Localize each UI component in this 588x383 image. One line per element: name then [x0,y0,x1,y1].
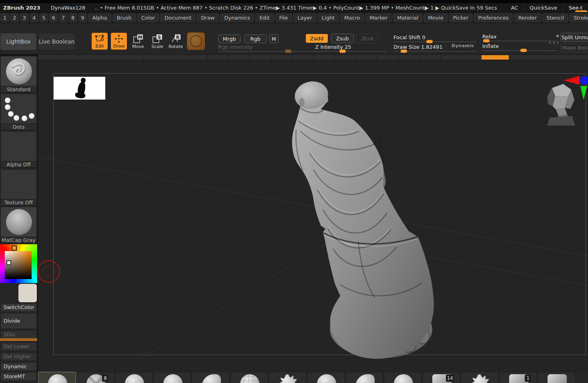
menu-item-draw[interactable]: Draw [197,13,219,22]
dynamic-draw-size-label[interactable]: Dynamic [452,43,474,48]
m-toggle[interactable]: M [269,34,279,43]
zcut-toggle[interactable]: Zcut [356,34,379,43]
draw-mode-button[interactable]: Draw [110,32,127,50]
menu-item-stencil[interactable]: Stencil [542,13,568,22]
menu-item-marker[interactable]: Marker [365,13,392,22]
menu-item-edit[interactable]: Edit [255,13,274,22]
brush-thumbnail-curve[interactable] [115,372,153,383]
alpha-name-label: Alpha Off [0,162,37,168]
rotate-mode-button[interactable]: R Rotate [167,32,185,50]
z-intensity-slider[interactable]: Z Intensity 25 [280,44,386,52]
brush-thumbnail-swirl[interactable] [38,372,76,383]
menu-item-brush[interactable]: Brush [112,13,136,22]
polyframe-nav-head[interactable] [544,81,577,127]
scroll-strip-thumb[interactable] [482,55,509,60]
move-mode-button[interactable]: M Move [129,32,147,50]
make-boolean-button[interactable]: Make Boole [560,43,588,52]
menu-item-dynamics[interactable]: Dynamics [220,13,254,22]
sculpting-canvas[interactable] [38,61,588,372]
brush-thumbnail-grid[interactable] [230,372,268,383]
left-tray: Standard Dots Alpha Off Texture Off MatC… [0,56,37,383]
brush-thumbnail-blobs[interactable] [307,372,345,383]
menu-item-alpha[interactable]: Alpha [88,13,112,22]
menu-item-file[interactable]: File [275,13,293,22]
menu-item-7[interactable]: 7 [59,13,68,22]
draw-button-label: Draw [113,44,125,49]
rgb-toggle[interactable]: Rgb [244,34,267,43]
menu-item-4[interactable]: 4 [30,13,38,22]
xyz-axis-label[interactable]: x y z [549,40,559,44]
live-boolean-button[interactable]: Live Boolean [38,33,75,50]
menu-item-8[interactable]: 8 [68,13,77,22]
relax-option-dot-icon[interactable] [556,34,559,38]
sdiv-slider[interactable]: SDiv [0,330,37,339]
relax-slider[interactable]: Relax [482,34,557,41]
bottom-tray: 8141 [38,372,588,383]
zadd-toggle[interactable]: Zadd [305,34,328,43]
mrgb-toggle[interactable]: Mrgb [218,34,241,43]
document-name: DynaWax128 [51,5,85,11]
menu-item-light[interactable]: Light [317,13,339,22]
menu-item-picker[interactable]: Picker [449,13,473,22]
switchcolor-button[interactable]: SwitchColor [0,303,37,312]
menu-item-1[interactable]: 1 [0,13,9,22]
axis-y-arrow-icon [580,86,587,100]
menu-item-3[interactable]: 3 [20,13,29,22]
stroke-type-thumbnail[interactable] [0,94,37,124]
current-brush-preview[interactable] [187,32,205,50]
menu-item-movie[interactable]: Movie [423,13,448,22]
menu-item-5[interactable]: 5 [39,13,48,22]
scale-mode-button[interactable]: S Scale [148,32,167,50]
color-picker[interactable] [0,244,37,283]
brush-thumbnail-cube[interactable]: 1 [499,372,537,383]
menu-item-render[interactable]: Render [514,13,541,22]
del-lower-button[interactable]: Del Lower [0,342,37,351]
menu-item-material[interactable]: Material [393,13,423,22]
alpha-thumbnail[interactable] [0,131,37,162]
brush-thumbnail-teardrop[interactable] [192,372,230,383]
brush-thumbnail-burst[interactable] [461,372,499,383]
del-higher-button[interactable]: Del Higher [0,352,37,361]
divide-button[interactable]: Divide [0,313,37,329]
brush-thumbnail-dice[interactable] [538,372,576,383]
brush-thumbnail-egg[interactable] [384,372,422,383]
split-unmasked-button[interactable]: Split Unmas [560,33,588,42]
material-thumbnail[interactable] [0,207,37,237]
storemt-button[interactable]: StoreMT [0,372,37,381]
swirl-brush-icon [48,374,67,383]
menu-item-6[interactable]: 6 [49,13,58,22]
menu-item-layer[interactable]: Layer [293,13,316,22]
inflate-slider[interactable]: Inflate [482,43,557,51]
quicksave-button[interactable]: QuickSave [524,3,563,12]
menu-item-document[interactable]: Document [160,13,196,22]
zsub-toggle[interactable]: Zsub [331,34,354,43]
menu-item-2[interactable]: 2 [10,13,19,22]
menu-item-macro[interactable]: Macro [340,13,364,22]
brush-thumbnail-spiky[interactable] [269,372,307,383]
sdiv-slider-bar[interactable] [0,338,37,341]
focal-shift-slider[interactable]: Focal Shift 0 [393,34,476,42]
brush-thumbnail-grooves[interactable] [153,372,191,383]
menu-item-color[interactable]: Color [137,13,159,22]
menu-item-9[interactable]: 9 [78,13,87,22]
menu-item-stroke[interactable]: Stroke [569,13,588,22]
edit-mode-button[interactable]: Edit [91,32,108,50]
burst-brush-icon [471,374,490,383]
ac-button[interactable]: AC [506,3,524,12]
monk-statue-model[interactable] [38,61,588,372]
dynamic-subdiv-button[interactable]: Dynamic [0,362,37,371]
secondary-color-swatch[interactable] [18,284,37,302]
texture-thumbnail[interactable] [0,169,37,199]
brush-thumbnail-primitives[interactable]: 14 [422,372,460,383]
brush-name-label: Standard [0,86,37,93]
brush-thumbnail-shell[interactable] [345,372,383,383]
current-brush-thumbnail[interactable] [0,56,37,86]
edit-button-label: Edit [95,44,104,49]
brush-count-badge: 14 [446,375,454,382]
teardrop-brush-icon [202,374,221,383]
saturation-value-square[interactable] [5,251,32,279]
monk-ear-left [299,98,305,107]
lightbox-button[interactable]: LightBox [0,33,37,50]
brush-thumbnail-cross[interactable]: 8 [76,372,114,383]
menu-item-preferences[interactable]: Preferences [474,13,513,22]
